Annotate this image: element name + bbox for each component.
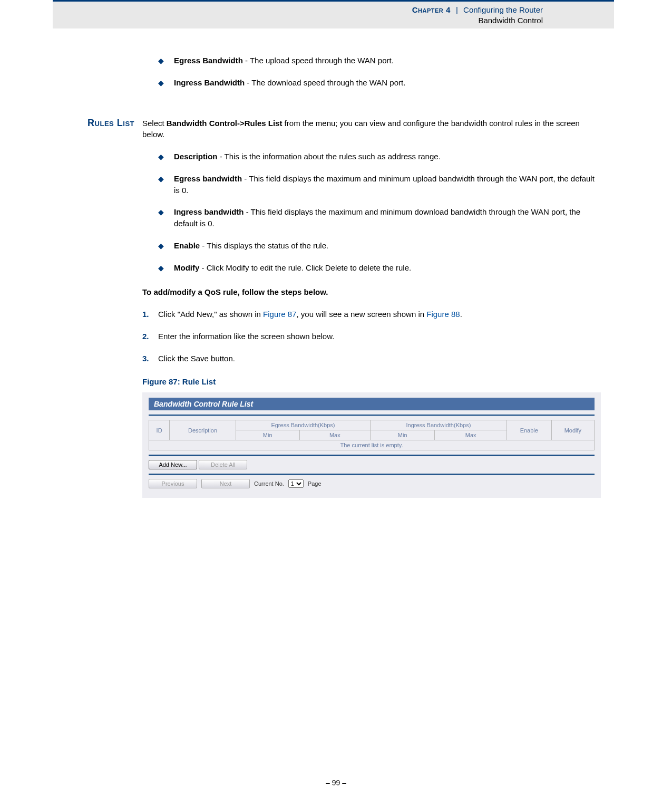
- previous-button[interactable]: Previous: [149, 479, 197, 488]
- pager-label-pre: Current No.: [254, 480, 284, 487]
- steps-list: Click "Add New," as shown in Figure 87, …: [142, 309, 601, 364]
- term: Enable: [174, 241, 200, 250]
- page-header: Chapter 4 | Configuring the Router Bandw…: [53, 0, 614, 28]
- chapter-separator: |: [453, 5, 461, 14]
- pager-label-post: Page: [308, 480, 322, 487]
- term-desc: - This displays the status of the rule.: [200, 241, 328, 250]
- figure-caption: Figure 87: Rule List: [142, 377, 601, 386]
- col-id: ID: [149, 420, 170, 440]
- chapter-label: Chapter 4: [412, 5, 451, 14]
- next-button[interactable]: Next: [201, 479, 250, 488]
- col-enable: Enable: [507, 420, 551, 440]
- rule-list-panel: Bandwidth Control Rule List ID Descripti…: [142, 392, 601, 498]
- col-egress-max: Max: [299, 430, 370, 440]
- term: Egress Bandwidth: [174, 56, 243, 65]
- term: Modify: [174, 263, 199, 272]
- term: Ingress bandwidth: [174, 207, 244, 216]
- panel-title: Bandwidth Control Rule List: [149, 398, 595, 410]
- col-egress: Egress Bandwidth(Kbps): [236, 420, 370, 430]
- figure-link-87[interactable]: Figure 87: [263, 310, 296, 319]
- col-ingress-min: Min: [371, 430, 435, 440]
- list-item: Egress bandwidth - This field displays t…: [174, 173, 601, 196]
- col-ingress-max: Max: [435, 430, 507, 440]
- add-new-button[interactable]: Add New...: [149, 460, 197, 469]
- list-item: Description - This is the information ab…: [174, 151, 601, 162]
- term-desc: - Click Modify to edit the rule. Click D…: [199, 263, 411, 272]
- side-heading-rules-list: Rules List: [47, 118, 134, 129]
- rule-table: ID Description Egress Bandwidth(Kbps) In…: [149, 420, 595, 450]
- chapter-subtitle: Bandwidth Control: [478, 16, 543, 25]
- term-desc: - This is the information about the rule…: [218, 152, 441, 161]
- intro-bullet-list: Egress Bandwidth - The upload speed thro…: [142, 55, 601, 89]
- col-modify: Modify: [551, 420, 594, 440]
- figure-link-88[interactable]: Figure 88: [426, 310, 460, 319]
- list-item: Ingress bandwidth - This field displays …: [174, 206, 601, 229]
- list-item: Egress Bandwidth - The upload speed thro…: [174, 55, 601, 66]
- term: Description: [174, 152, 218, 161]
- col-ingress: Ingress Bandwidth(Kbps): [371, 420, 507, 430]
- col-description: Description: [170, 420, 236, 440]
- empty-message: The current list is empty.: [149, 440, 595, 450]
- page-select[interactable]: 1: [288, 479, 304, 488]
- term-desc: - The download speed through the WAN por…: [245, 78, 405, 87]
- term-desc: - The upload speed through the WAN port.: [243, 56, 394, 65]
- rules-list-lead: Select Bandwidth Control->Rules List fro…: [142, 118, 601, 141]
- qos-instruction: To add/modify a QoS rule, follow the ste…: [142, 286, 601, 298]
- step-item: Enter the information like the screen sh…: [158, 331, 601, 342]
- divider: [149, 415, 595, 416]
- step-item: Click "Add New," as shown in Figure 87, …: [158, 309, 601, 320]
- delete-all-button[interactable]: Delete All: [199, 460, 247, 469]
- list-item: Ingress Bandwidth - The download speed t…: [174, 77, 601, 89]
- divider: [149, 455, 595, 456]
- step-item: Click the Save button.: [158, 353, 601, 364]
- col-egress-min: Min: [236, 430, 299, 440]
- list-item: Enable - This displays the status of the…: [174, 240, 601, 252]
- term: Ingress Bandwidth: [174, 78, 245, 87]
- chapter-title: Configuring the Router: [463, 5, 543, 14]
- page-number: – 99 –: [0, 778, 672, 787]
- rules-bullet-list: Description - This is the information ab…: [142, 151, 601, 273]
- divider: [149, 474, 595, 475]
- term: Egress bandwidth: [174, 174, 242, 183]
- list-item: Modify - Click Modify to edit the rule. …: [174, 262, 601, 274]
